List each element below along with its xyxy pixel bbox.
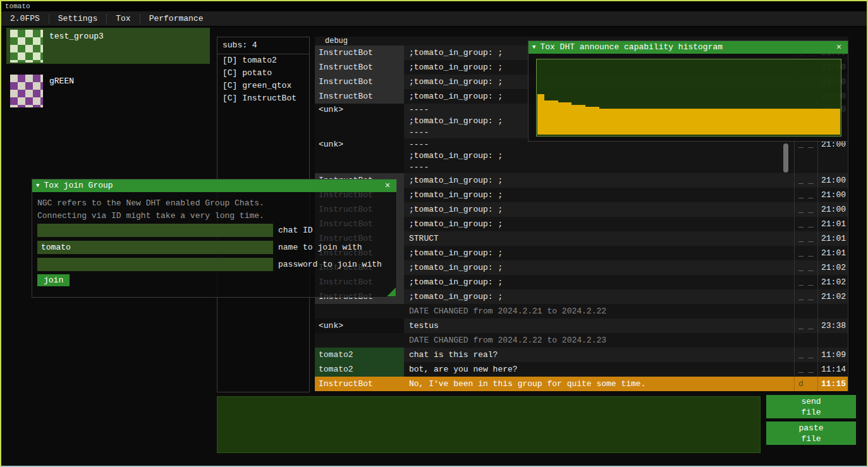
histogram-bar bbox=[826, 109, 833, 135]
chat-message-row[interactable]: <unk>---- ;tomato_in_group: ; ----_ _21:… bbox=[315, 138, 848, 173]
chat-sender: InstructBot bbox=[315, 89, 404, 104]
histogram-bar bbox=[647, 109, 654, 135]
app-window: tomato 2.0FPSSettingsToxPerformance test… bbox=[0, 0, 868, 467]
group-name: test_group3 bbox=[49, 32, 104, 41]
subs-header: subs: 4 bbox=[217, 37, 309, 54]
subs-member[interactable]: [C] potato bbox=[217, 67, 309, 80]
subs-member[interactable]: [C] green_qtox bbox=[217, 80, 309, 92]
menu-item-performance[interactable]: Performance bbox=[140, 11, 212, 26]
chat-message-row[interactable]: InstructBotNo, I've been in this group f… bbox=[315, 377, 848, 391]
menu-item-2-0fps: 2.0FPS bbox=[1, 11, 49, 26]
chat-flags: _ _ bbox=[794, 246, 817, 260]
join-password-input[interactable] bbox=[37, 258, 273, 271]
send-file-button[interactable]: send file bbox=[766, 395, 856, 418]
chat-message: STRUCT bbox=[404, 231, 794, 246]
chat-scrollbar[interactable] bbox=[783, 143, 788, 173]
histogram-plot[interactable] bbox=[536, 59, 841, 136]
chat-message-row[interactable]: <unk>testus_ _23:38 bbox=[315, 318, 848, 333]
subs-member[interactable]: [C] InstructBot bbox=[217, 92, 309, 105]
join-info-line-2: Connecting via ID might take a very long… bbox=[37, 210, 391, 222]
chat-time: 21:01 bbox=[817, 217, 848, 231]
histogram-bar bbox=[599, 109, 606, 135]
chat-message: ;tomato_in_group: ; bbox=[404, 246, 794, 260]
subs-list: [D] tomato2[C] potato[C] green_qtox[C] I… bbox=[217, 54, 309, 105]
collapse-icon[interactable]: ▼ bbox=[532, 41, 535, 54]
menu-item-tox[interactable]: Tox bbox=[107, 11, 139, 26]
group-name: gREEN bbox=[49, 76, 74, 86]
histogram-bar bbox=[833, 109, 840, 135]
chat-flags: _ _ bbox=[794, 202, 817, 217]
subs-member[interactable]: [D] tomato2 bbox=[217, 54, 309, 67]
join-name-input[interactable] bbox=[37, 241, 273, 254]
chat-time bbox=[817, 304, 848, 318]
paste-file-button[interactable]: paste file bbox=[766, 422, 856, 445]
message-input[interactable] bbox=[217, 396, 761, 453]
join-button[interactable]: join bbox=[37, 274, 70, 286]
histogram-bar bbox=[585, 107, 592, 135]
chat-message: testus bbox=[404, 318, 794, 333]
join-group-window: ▼ Tox join Group × NGC refers to the New… bbox=[32, 179, 397, 298]
histogram-bar bbox=[758, 109, 765, 135]
histogram-bar bbox=[620, 109, 627, 135]
collapse-icon[interactable]: ▼ bbox=[36, 179, 39, 192]
chat-flags: d bbox=[794, 377, 817, 391]
histogram-bar bbox=[668, 109, 675, 135]
group-list-item[interactable]: gREEN bbox=[6, 73, 210, 109]
histogram-bar bbox=[751, 109, 758, 135]
chat-message: ;tomato_in_group: ; bbox=[404, 260, 794, 275]
histogram-bar bbox=[633, 109, 640, 135]
close-icon[interactable]: × bbox=[834, 41, 844, 54]
chat-id-input[interactable] bbox=[37, 224, 273, 237]
histogram-bar bbox=[654, 109, 661, 135]
join-password-label: password to join with bbox=[278, 260, 382, 269]
histogram-bar bbox=[551, 100, 558, 135]
chat-message-row[interactable]: tomato2bot, are you new here?_ _11:14 bbox=[315, 362, 848, 377]
join-password-field-row: password to join with bbox=[37, 258, 391, 271]
histogram-bar bbox=[592, 107, 599, 135]
histogram-bar bbox=[558, 102, 565, 135]
histogram-bar bbox=[778, 109, 785, 135]
chat-message-row[interactable]: tomato2chat is this real?_ _11:09 bbox=[315, 348, 848, 362]
histogram-bar bbox=[771, 109, 778, 135]
chat-time bbox=[817, 333, 848, 348]
chat-date-row[interactable]: DATE CHANGED from 2024.2.21 to 2024.2.22 bbox=[315, 304, 848, 318]
chat-flags: _ _ bbox=[794, 138, 817, 173]
chat-date-row[interactable]: DATE CHANGED from 2024.2.22 to 2024.2.23 bbox=[315, 333, 848, 348]
chat-flags: _ _ bbox=[794, 348, 817, 362]
chat-time: 21:00 bbox=[817, 202, 848, 217]
chat-time: 11:15 bbox=[817, 377, 848, 391]
chat-flags bbox=[794, 304, 817, 318]
chat-time: 11:14 bbox=[817, 362, 848, 377]
chat-message: DATE CHANGED from 2024.2.22 to 2024.2.23 bbox=[404, 333, 794, 348]
histogram-bar bbox=[792, 109, 799, 135]
chat-time: 21:02 bbox=[817, 289, 848, 304]
histogram-bar bbox=[730, 109, 737, 135]
histogram-bar bbox=[813, 109, 820, 135]
histogram-bar bbox=[606, 109, 613, 135]
join-group-title-bar[interactable]: ▼ Tox join Group × bbox=[32, 179, 396, 192]
chat-flags: _ _ bbox=[794, 217, 817, 231]
chat-message: ;tomato_in_group: ; bbox=[404, 275, 794, 289]
chat-sender: InstructBot bbox=[315, 60, 404, 75]
chat-sender: InstructBot bbox=[315, 75, 404, 89]
histogram-bar bbox=[764, 109, 771, 135]
resize-grip-icon[interactable] bbox=[387, 288, 396, 296]
histogram-title-bar[interactable]: ▼ Tox DHT announce capability histogram … bbox=[529, 41, 848, 54]
join-name-field-row: name to join with bbox=[37, 241, 391, 254]
chat-flags: _ _ bbox=[794, 231, 817, 246]
chat-flags: _ _ bbox=[794, 260, 817, 275]
histogram-bar bbox=[806, 109, 813, 135]
group-list-item[interactable]: test_group3 bbox=[6, 28, 210, 64]
join-info-line-1: NGC refers to the New DHT enabled Group … bbox=[37, 197, 391, 210]
histogram-bar bbox=[723, 109, 730, 135]
chat-message: No, I've been in this group for quite so… bbox=[404, 377, 794, 391]
chat-message: ;tomato_in_group: ; bbox=[404, 217, 794, 231]
close-icon[interactable]: × bbox=[382, 179, 393, 192]
chat-time: 21:00 bbox=[817, 138, 848, 173]
chat-flags bbox=[794, 333, 817, 348]
histogram-bar bbox=[689, 109, 696, 135]
menu-bar: 2.0FPSSettingsToxPerformance bbox=[1, 11, 867, 27]
chat-sender: InstructBot bbox=[315, 377, 404, 391]
menu-item-settings[interactable]: Settings bbox=[49, 11, 106, 26]
chat-sender bbox=[315, 333, 404, 348]
